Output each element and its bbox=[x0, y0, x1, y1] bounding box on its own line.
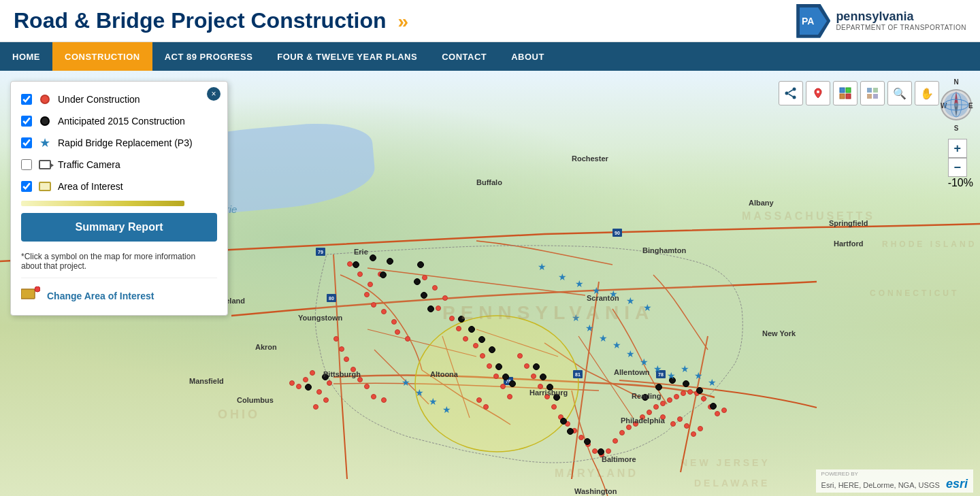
map-dot-black[interactable] bbox=[421, 292, 427, 299]
map-dot[interactable] bbox=[313, 404, 318, 410]
map-dot-black[interactable] bbox=[509, 380, 516, 387]
map-dot[interactable] bbox=[371, 302, 376, 308]
nav-construction[interactable]: CONSTRUCTION bbox=[52, 42, 152, 71]
map-dot-black[interactable] bbox=[598, 448, 604, 455]
map-dot-black[interactable] bbox=[478, 336, 485, 343]
map-star[interactable]: ★ bbox=[442, 404, 451, 415]
map-dot[interactable] bbox=[684, 423, 689, 429]
map-dot-black[interactable] bbox=[696, 387, 703, 394]
map-star[interactable]: ★ bbox=[599, 333, 608, 344]
map-dot[interactable] bbox=[339, 346, 344, 352]
map-dot-black[interactable] bbox=[584, 438, 591, 445]
map-dot[interactable] bbox=[677, 416, 683, 422]
map-dot[interactable] bbox=[493, 374, 499, 379]
map-dot[interactable] bbox=[531, 374, 536, 379]
map-star[interactable]: ★ bbox=[585, 323, 594, 333]
map-star[interactable]: ★ bbox=[640, 357, 649, 367]
map-dot-black[interactable] bbox=[468, 326, 475, 333]
nav-home[interactable]: HOME bbox=[0, 42, 52, 71]
map-dot-black[interactable] bbox=[370, 254, 376, 261]
map-dot[interactable] bbox=[463, 336, 468, 342]
map-star[interactable]: ★ bbox=[572, 312, 581, 323]
search-tool-button[interactable]: 🔍 bbox=[887, 81, 912, 105]
map-dot[interactable] bbox=[350, 367, 356, 372]
map-dot[interactable] bbox=[653, 404, 659, 410]
nav-about[interactable]: ABOUT bbox=[499, 42, 557, 71]
map-star[interactable]: ★ bbox=[694, 370, 703, 381]
map-dot[interactable] bbox=[701, 396, 706, 401]
map-dot[interactable] bbox=[687, 389, 693, 395]
map-star[interactable]: ★ bbox=[538, 261, 546, 272]
map-dot[interactable] bbox=[432, 285, 438, 291]
map-dot-black[interactable] bbox=[533, 363, 540, 370]
legend-checkbox-under-construction[interactable] bbox=[21, 94, 32, 105]
zoom-in-button[interactable]: + bbox=[948, 139, 967, 158]
map-dot[interactable] bbox=[347, 261, 353, 267]
map-star[interactable]: ★ bbox=[429, 396, 438, 407]
legend-checkbox-rapid-bridge[interactable] bbox=[21, 137, 32, 148]
map-dot[interactable] bbox=[667, 397, 672, 403]
map-dot[interactable] bbox=[674, 394, 679, 399]
map-dot[interactable] bbox=[698, 426, 703, 431]
map-dot-black[interactable] bbox=[322, 374, 329, 380]
map-dot-black[interactable] bbox=[495, 363, 502, 370]
map-star[interactable]: ★ bbox=[402, 377, 410, 388]
legend-checkbox-area-of-interest[interactable] bbox=[21, 181, 32, 192]
map-dot[interactable] bbox=[670, 421, 676, 427]
map-star[interactable]: ★ bbox=[592, 285, 601, 296]
map-dot[interactable] bbox=[310, 370, 315, 376]
map-dot-black[interactable] bbox=[683, 380, 689, 387]
map-star[interactable]: ★ bbox=[667, 370, 676, 381]
map-dot[interactable] bbox=[681, 391, 686, 396]
map-dot[interactable] bbox=[660, 401, 666, 406]
map-dot[interactable] bbox=[364, 292, 370, 297]
map-dot[interactable] bbox=[633, 421, 638, 427]
map-dot[interactable] bbox=[544, 394, 550, 399]
basemap-tool-button[interactable] bbox=[860, 81, 885, 105]
map-dot[interactable] bbox=[442, 295, 448, 301]
map-dot[interactable] bbox=[640, 414, 645, 420]
map-dot[interactable] bbox=[371, 394, 376, 399]
map-dot[interactable] bbox=[619, 430, 625, 435]
map-dot[interactable] bbox=[592, 448, 598, 454]
map-dot[interactable] bbox=[517, 353, 523, 359]
nav-fouryear[interactable]: FOUR & TWELVE YEAR PLANS bbox=[265, 42, 429, 71]
select-tool-button[interactable]: ✋ bbox=[915, 81, 939, 105]
map-dot[interactable] bbox=[368, 282, 373, 287]
map-dot[interactable] bbox=[405, 336, 410, 342]
map-star[interactable]: ★ bbox=[626, 295, 635, 306]
map-dot-black[interactable] bbox=[553, 394, 560, 401]
map-dot[interactable] bbox=[507, 394, 512, 399]
map-dot-black[interactable] bbox=[414, 278, 421, 285]
map-star[interactable]: ★ bbox=[643, 302, 652, 313]
legend-checkbox-anticipated[interactable] bbox=[21, 116, 32, 127]
zoom-out-button[interactable]: − bbox=[948, 158, 967, 177]
summary-report-button[interactable]: Summary Report bbox=[21, 213, 217, 242]
map-dot[interactable] bbox=[344, 357, 349, 362]
map-dot[interactable] bbox=[381, 309, 387, 314]
map-dot[interactable] bbox=[316, 389, 322, 395]
map-dot-black[interactable] bbox=[353, 261, 359, 268]
map-dot[interactable] bbox=[391, 319, 397, 325]
map-dot[interactable] bbox=[578, 435, 584, 440]
map-dot-black[interactable] bbox=[417, 261, 424, 268]
map-dot-black[interactable] bbox=[540, 374, 546, 380]
map-dot[interactable] bbox=[626, 425, 632, 430]
map-dot-black[interactable] bbox=[458, 316, 465, 323]
layers-tool-button[interactable] bbox=[833, 81, 858, 105]
share-tool-button[interactable] bbox=[779, 81, 803, 105]
map-dot-black[interactable] bbox=[567, 428, 574, 435]
map-dot[interactable] bbox=[395, 329, 400, 335]
map-dot[interactable] bbox=[422, 275, 427, 280]
map-dot-black[interactable] bbox=[642, 394, 649, 401]
map-star[interactable]: ★ bbox=[626, 348, 635, 359]
map-dot[interactable] bbox=[524, 363, 529, 369]
map-dot[interactable] bbox=[612, 438, 618, 444]
map-dot[interactable] bbox=[647, 410, 652, 415]
map-dot[interactable] bbox=[721, 408, 727, 413]
map-dot[interactable] bbox=[296, 384, 301, 389]
map-dot[interactable] bbox=[476, 397, 482, 403]
map-star[interactable]: ★ bbox=[609, 288, 618, 299]
map-dot[interactable] bbox=[480, 353, 485, 359]
map-dot[interactable] bbox=[381, 397, 387, 403]
